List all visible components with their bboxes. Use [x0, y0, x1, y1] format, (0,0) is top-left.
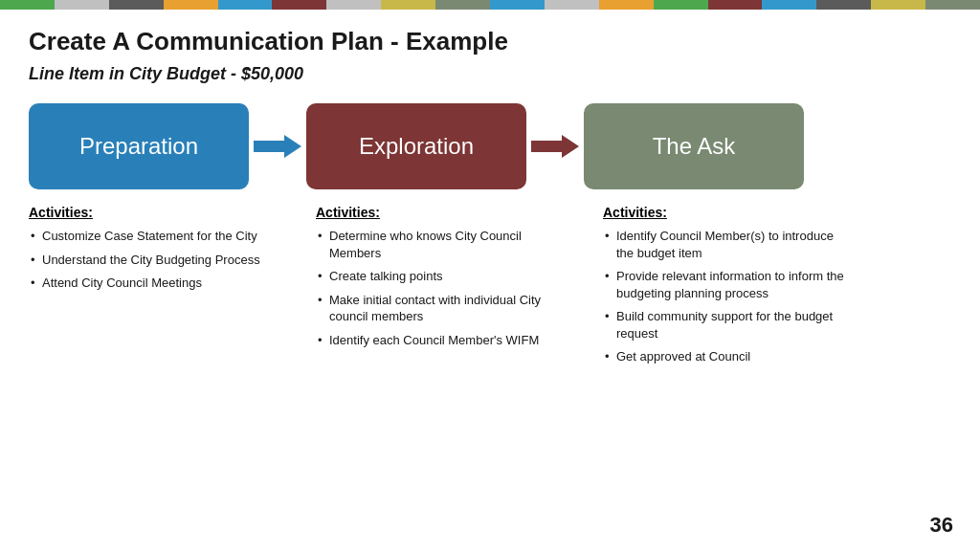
- svg-marker-1: [531, 135, 579, 158]
- top-bar-segment: [654, 0, 708, 10]
- arrow-1: [249, 133, 306, 160]
- top-bar-segment: [490, 0, 545, 10]
- list-item: Provide relevant information to inform t…: [603, 268, 852, 301]
- list-item: Build community support for the budget r…: [603, 308, 852, 342]
- top-bar-segment: [109, 0, 164, 10]
- preparation-activities-label: Activities:: [29, 205, 297, 220]
- page-number: 36: [930, 513, 953, 538]
- top-bar-segment: [55, 0, 109, 10]
- list-item: Create talking points: [316, 268, 574, 285]
- preparation-activities-list: Customize Case Statement for the CityUnd…: [29, 228, 297, 292]
- ask-label: The Ask: [653, 133, 736, 160]
- top-bar-segment: [435, 0, 490, 10]
- svg-marker-0: [254, 135, 301, 158]
- top-bar-segment: [925, 0, 980, 10]
- top-bar-segment: [871, 0, 925, 10]
- list-item: Identify each Council Member's WIFM: [316, 332, 574, 349]
- list-item: Identify Council Member(s) to introduce …: [603, 228, 852, 261]
- list-item: Attend City Council Meetings: [29, 275, 297, 292]
- top-bar-segment: [708, 0, 763, 10]
- preparation-activities: Activities: Customize Case Statement for…: [29, 205, 306, 372]
- exploration-label: Exploration: [359, 133, 474, 160]
- list-item: Make initial contact with individual Cit…: [316, 292, 574, 325]
- top-color-bar: [0, 0, 980, 10]
- preparation-box: Preparation: [29, 103, 249, 189]
- arrow-2: [526, 133, 584, 160]
- top-bar-segment: [381, 0, 435, 10]
- subtitle: Line Item in City Budget - $50,000: [29, 64, 951, 84]
- exploration-activities: Activities: Determine who knows City Cou…: [306, 205, 584, 372]
- ask-activities-list: Identify Council Member(s) to introduce …: [603, 228, 852, 365]
- exploration-activities-list: Determine who knows City Council Members…: [316, 228, 574, 348]
- top-bar-segment: [218, 0, 273, 10]
- preparation-label: Preparation: [79, 133, 198, 160]
- exploration-box: Exploration: [306, 103, 526, 189]
- top-bar-segment: [164, 0, 218, 10]
- ask-box: The Ask: [584, 103, 804, 189]
- top-bar-segment: [272, 0, 326, 10]
- ask-activities-label: Activities:: [603, 205, 852, 220]
- exploration-activities-label: Activities:: [316, 205, 574, 220]
- top-bar-segment: [816, 0, 871, 10]
- activities-row: Activities: Customize Case Statement for…: [29, 205, 951, 372]
- page-title: Create A Communication Plan - Example: [29, 27, 951, 56]
- top-bar-segment: [762, 0, 816, 10]
- top-bar-segment: [599, 0, 654, 10]
- list-item: Customize Case Statement for the City: [29, 228, 297, 245]
- list-item: Understand the City Budgeting Process: [29, 252, 297, 269]
- list-item: Determine who knows City Council Members: [316, 228, 574, 261]
- top-bar-segment: [545, 0, 599, 10]
- ask-activities: Activities: Identify Council Member(s) t…: [584, 205, 861, 372]
- top-bar-segment: [0, 0, 55, 10]
- top-bar-segment: [326, 0, 381, 10]
- flow-diagram: Preparation Exploration The Ask: [29, 103, 951, 189]
- main-content: Create A Communication Plan - Example Li…: [0, 10, 980, 382]
- list-item: Get approved at Council: [603, 348, 852, 365]
